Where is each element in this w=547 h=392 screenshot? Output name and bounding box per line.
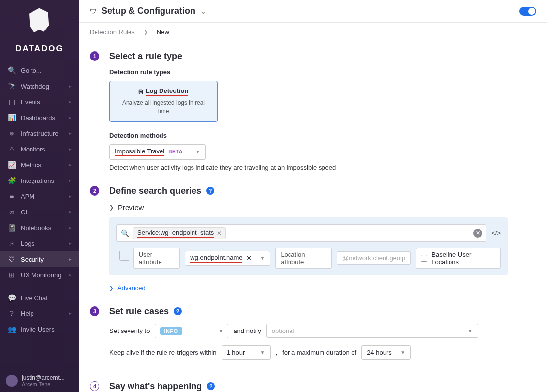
search-tag[interactable]: Service:wg_endpoint_stats ✕	[133, 227, 226, 239]
severity-select[interactable]: INFO ▼	[155, 324, 228, 338]
notify-label: and notify	[233, 327, 261, 334]
help-icon: ?	[7, 309, 17, 317]
maxdur-select[interactable]: 24 hours ▼	[361, 345, 411, 360]
shield-icon: 🛡	[90, 7, 97, 15]
query-editor: 🔍 Service:wg_endpoint_stats ✕ ✕ </>	[109, 217, 508, 275]
logo[interactable]: DATADOG	[0, 0, 79, 58]
search-icon: 🔍	[7, 66, 17, 74]
infrastructure-icon: ⎈	[7, 129, 17, 137]
sidebar-item-events[interactable]: ▤Events▸	[0, 94, 79, 110]
advanced-toggle[interactable]: ❯ Advanced	[109, 284, 146, 292]
security-icon: 🛡	[7, 255, 17, 263]
sidebar-item-live-chat[interactable]: 💬Live Chat	[0, 290, 79, 305]
clear-icon[interactable]: ✕	[246, 254, 252, 262]
detection-method-select[interactable]: Impossible Travel BETA ▼	[109, 144, 206, 160]
step-number: 1	[90, 51, 99, 61]
chevron-right-icon: ❯	[109, 285, 113, 291]
severity-label: Set severity to	[109, 327, 150, 334]
ci-icon: ∞	[7, 208, 17, 216]
methods-label: Detection methods	[109, 132, 508, 139]
sidebar-item-metrics[interactable]: 📈Metrics▸	[0, 157, 79, 173]
metrics-icon: 📈	[7, 161, 17, 169]
clear-search-icon[interactable]: ✕	[473, 229, 482, 238]
user-attribute-select[interactable]: wg.endpoint.name ✕ ▼	[185, 251, 270, 266]
sidebar-item-logs[interactable]: ⎘Logs▸	[0, 236, 79, 251]
avatar	[6, 375, 18, 387]
logs-icon: ⎘	[7, 240, 17, 247]
step-1: 1 Select a rule type Detection rule type…	[90, 51, 508, 186]
checkbox-icon	[421, 255, 427, 262]
location-attribute-input[interactable]: @network.client.geoip	[337, 251, 411, 265]
sidebar-item-goto[interactable]: 🔍 Go to...	[0, 62, 79, 78]
sidebar-item-invite-users[interactable]: 👥Invite Users	[0, 321, 79, 337]
chevron-down-icon: ▼	[256, 255, 265, 261]
rule-type-log-detection[interactable]: ⎘ Log Detection Analyze all ingested log…	[109, 81, 218, 122]
chevron-down-icon: ▼	[468, 328, 473, 333]
chevron-down-icon: ▼	[400, 350, 405, 355]
help-icon[interactable]: ?	[174, 307, 182, 315]
sidebar: DATADOG 🔍 Go to... 🔭Watchdog▸ ▤Events▸ 📊…	[0, 0, 79, 392]
step-title: Select a rule type	[109, 51, 508, 61]
chevron-down-icon: ▼	[195, 149, 200, 154]
sidebar-item-help[interactable]: ?Help▸	[0, 305, 79, 321]
sidebar-item-apm[interactable]: ≡APM▸	[0, 188, 79, 204]
monitors-icon: ⚠	[7, 145, 17, 153]
title-dropdown[interactable]: ⌄	[200, 7, 206, 15]
code-toggle-icon[interactable]: </>	[491, 229, 501, 237]
sidebar-item-ci[interactable]: ∞CI▸	[0, 204, 79, 220]
sidebar-item-dashboards[interactable]: 📊Dashboards▸	[0, 110, 79, 125]
sidebar-item-monitors[interactable]: ⚠Monitors▸	[0, 141, 79, 157]
sidebar-item-ux-monitoring[interactable]: ⊞UX Monitoring▸	[0, 267, 79, 283]
page-title: Setup & Configuration	[101, 6, 195, 16]
sidebar-item-security[interactable]: 🛡Security▸	[0, 251, 79, 267]
preview-toggle[interactable]: ❯ Preview	[109, 203, 508, 211]
help-icon[interactable]: ?	[207, 382, 215, 390]
topbar: 🛡 Setup & Configuration ⌄	[79, 0, 547, 23]
connector-line	[119, 251, 129, 261]
step-number: 3	[90, 306, 99, 316]
user-email: justin@arcemt...	[22, 374, 64, 381]
rule-types-label: Detection rule types	[109, 68, 508, 76]
brand-text: DATADOG	[0, 44, 79, 54]
location-attribute-label: Location attribute	[275, 248, 332, 269]
help-icon[interactable]: ?	[206, 187, 214, 195]
sidebar-item-notebooks[interactable]: 📓Notebooks▸	[0, 220, 79, 236]
user-menu[interactable]: justin@arcemt... Arcem Tene	[0, 369, 79, 392]
chevron-down-icon: ▼	[260, 350, 265, 355]
keepalive-label: Keep alive if the rule re-triggers withi…	[109, 349, 217, 356]
events-icon: ▤	[7, 98, 17, 106]
log-icon: ⎘	[139, 88, 143, 95]
step-title: Set rule cases	[109, 306, 169, 317]
search-icon: 🔍	[121, 229, 129, 237]
ux-icon: ⊞	[7, 271, 17, 279]
step-2: 2 Define search queries ? ❯ Preview 🔍	[90, 186, 508, 306]
step-number: 4	[90, 381, 99, 391]
breadcrumb-root[interactable]: Detection Rules	[90, 29, 135, 36]
notify-select[interactable]: optional ▼	[266, 324, 478, 338]
user-attribute-label: User attribute	[133, 248, 180, 269]
sidebar-item-infrastructure[interactable]: ⎈Infrastructure▸	[0, 125, 79, 141]
step-title: Define search queries	[109, 186, 201, 196]
remove-tag-icon[interactable]: ✕	[217, 230, 222, 237]
chat-icon: 💬	[7, 294, 17, 302]
breadcrumb-current: New	[157, 29, 169, 36]
apm-icon: ≡	[7, 192, 17, 200]
notebooks-icon: 📓	[7, 224, 17, 232]
binoculars-icon: 🔭	[7, 82, 17, 90]
maxdur-label: for a maximum duration of	[282, 349, 356, 356]
sidebar-item-integrations[interactable]: 🧩Integrations▸	[0, 173, 79, 188]
step-title: Say what's happening	[109, 381, 202, 392]
invite-icon: 👥	[7, 325, 17, 333]
baseline-checkbox[interactable]: Baseline User Locations	[416, 248, 501, 269]
integrations-icon: 🧩	[7, 177, 17, 184]
step-3: 3 Set rule cases ? Set severity to INFO …	[90, 306, 508, 381]
breadcrumb: Detection Rules ❯ New	[79, 23, 547, 42]
step-number: 2	[90, 186, 99, 196]
method-description: Detect when user activity logs indicate …	[109, 164, 508, 171]
sidebar-item-watchdog[interactable]: 🔭Watchdog▸	[0, 78, 79, 94]
step-4: 4 Say what's happening ?	[90, 381, 508, 392]
enable-toggle[interactable]	[519, 7, 536, 16]
user-org: Arcem Tene	[22, 381, 64, 387]
keepalive-select[interactable]: 1 hour ▼	[222, 345, 271, 360]
search-input[interactable]: 🔍 Service:wg_endpoint_stats ✕ ✕	[116, 224, 486, 242]
